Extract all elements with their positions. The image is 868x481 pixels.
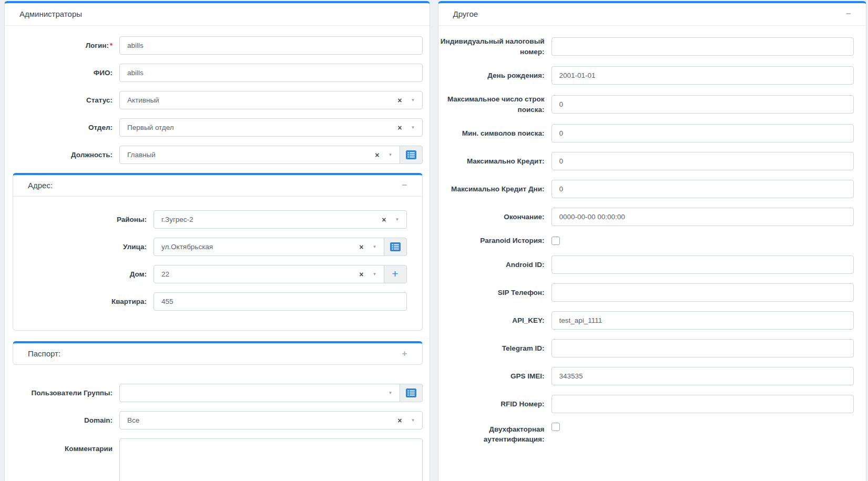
position-list-button[interactable]	[400, 146, 423, 164]
chevron-down-icon[interactable]: ▼	[411, 126, 415, 130]
expand-icon[interactable]: +	[402, 349, 407, 358]
page-layout: Администраторы Логин:* ФИО: Статус: Ак	[0, 0, 868, 481]
field-row-login: Логин:*	[5, 36, 430, 55]
tax-number-input[interactable]	[552, 37, 854, 56]
field-row-sip-phone: SIP Телефон:	[438, 283, 866, 302]
field-row-max-credit: Максимально Кредит:	[438, 152, 866, 170]
birthday-input[interactable]	[552, 66, 854, 85]
address-section-header: Адрес: −	[13, 175, 422, 197]
other-panel-header: Другое −	[438, 3, 866, 26]
other-panel-title: Другое	[453, 9, 478, 18]
chevron-down-icon[interactable]: ▼	[389, 391, 393, 395]
android-id-label: Android ID:	[438, 260, 552, 270]
passport-section-header: Паспорт: +	[13, 343, 422, 364]
clear-icon[interactable]: ×	[382, 216, 386, 223]
paranoid-history-checkbox[interactable]	[552, 237, 560, 245]
field-row-two-factor: Двухфакторная аутентификация:	[438, 423, 866, 445]
status-label: Статус:	[5, 95, 119, 106]
min-search-chars-input[interactable]	[552, 124, 854, 142]
field-row-birthday: День рождения:	[438, 66, 866, 85]
passport-section: Паспорт: +	[13, 341, 423, 365]
telegram-id-input[interactable]	[552, 339, 854, 357]
field-row-telegram-id: Telegram ID:	[438, 339, 866, 357]
chevron-down-icon[interactable]: ▼	[373, 245, 377, 249]
max-search-rows-input[interactable]	[552, 95, 854, 114]
min-search-chars-label: Мин. символов поиска:	[438, 128, 552, 139]
street-select[interactable]: ул.Октябрьская × ▼	[154, 238, 384, 256]
apartment-input[interactable]	[154, 292, 407, 311]
position-select[interactable]: Главный × ▼	[119, 146, 400, 164]
address-section: Адрес: − Районы: г.Зугрес-2 × ▼	[13, 173, 423, 331]
field-row-status: Статус: Активный × ▼	[5, 91, 430, 109]
clear-icon[interactable]: ×	[359, 243, 363, 251]
fio-input[interactable]	[119, 64, 423, 82]
districts-label: Районы:	[13, 214, 154, 225]
clear-icon[interactable]: ×	[397, 417, 402, 424]
clear-icon[interactable]: ×	[359, 271, 363, 278]
rfid-number-label: RFID Номер:	[438, 399, 552, 410]
field-row-tax-number: Индивидуальный налоговый номер:	[438, 36, 866, 57]
sip-phone-label: SIP Телефон:	[438, 288, 552, 298]
two-factor-label: Двухфакторная аутентификация:	[438, 423, 552, 445]
list-icon	[406, 388, 416, 397]
chevron-down-icon[interactable]: ▼	[389, 153, 393, 157]
tax-number-label: Индивидуальный налоговый номер:	[438, 36, 552, 57]
position-label: Должность:	[5, 150, 119, 160]
android-id-input[interactable]	[552, 255, 854, 274]
comments-textarea[interactable]	[119, 438, 423, 481]
api-key-label: API_KEY:	[438, 315, 552, 326]
plus-icon: +	[392, 268, 398, 279]
max-credit-days-label: Максимально Кредит Дни:	[438, 184, 552, 195]
clear-icon[interactable]: ×	[375, 151, 379, 159]
house-label: Дом:	[13, 269, 154, 280]
department-select[interactable]: Первый отдел × ▼	[119, 118, 423, 137]
chevron-down-icon[interactable]: ▼	[411, 98, 415, 103]
clear-icon[interactable]: ×	[397, 124, 402, 131]
collapse-icon[interactable]: −	[846, 9, 851, 18]
house-select[interactable]: 22 × ▼	[154, 265, 384, 283]
field-row-street: Улица: ул.Октябрьская × ▼	[13, 238, 418, 256]
login-input[interactable]	[119, 36, 423, 55]
user-groups-list-button[interactable]	[400, 384, 423, 402]
field-row-apartment: Квартира:	[13, 292, 418, 311]
collapse-icon[interactable]: −	[402, 181, 407, 190]
field-row-house: Дом: 22 × ▼ +	[13, 265, 418, 283]
gps-imei-input[interactable]	[552, 367, 854, 385]
max-credit-label: Максимально Кредит:	[438, 156, 552, 167]
chevron-down-icon[interactable]: ▼	[373, 272, 377, 277]
two-factor-checkbox[interactable]	[552, 423, 560, 431]
max-credit-input[interactable]	[552, 152, 854, 170]
field-row-min-search-chars: Мин. символов поиска:	[438, 124, 866, 142]
max-credit-days-input[interactable]	[552, 180, 854, 198]
field-row-domain: Domain: Все × ▼	[5, 411, 430, 429]
clear-icon[interactable]: ×	[397, 97, 402, 104]
paranoid-history-label: Paranoid История:	[438, 236, 552, 246]
rfid-number-input[interactable]	[552, 395, 854, 413]
chevron-down-icon[interactable]: ▼	[411, 418, 415, 423]
sip-phone-input[interactable]	[552, 283, 854, 302]
street-list-button[interactable]	[384, 238, 407, 256]
max-search-rows-label: Максимальное число строк поиска:	[438, 94, 552, 115]
field-row-districts: Районы: г.Зугрес-2 × ▼	[13, 210, 418, 229]
expiration-label: Окончание:	[438, 212, 552, 222]
field-row-max-search-rows: Максимальное число строк поиска:	[438, 94, 866, 115]
user-groups-label: Пользователи Группы:	[5, 388, 119, 398]
telegram-id-label: Telegram ID:	[438, 343, 552, 354]
department-label: Отдел:	[5, 122, 119, 133]
domain-select[interactable]: Все × ▼	[119, 411, 423, 429]
field-row-fio: ФИО:	[5, 64, 430, 82]
api-key-input[interactable]	[552, 311, 854, 330]
house-add-button[interactable]: +	[384, 265, 407, 283]
list-icon	[406, 150, 416, 159]
field-row-rfid-number: RFID Номер:	[438, 395, 866, 413]
districts-select[interactable]: г.Зугрес-2 × ▼	[154, 210, 407, 229]
list-icon	[390, 242, 401, 251]
status-select[interactable]: Активный × ▼	[119, 91, 423, 109]
expiration-input[interactable]	[552, 208, 854, 226]
user-groups-select[interactable]: ▼	[119, 384, 400, 402]
field-row-android-id: Android ID:	[438, 255, 866, 274]
field-row-api-key: API_KEY:	[438, 311, 866, 330]
chevron-down-icon[interactable]: ▼	[395, 218, 400, 222]
domain-label: Domain:	[5, 415, 119, 426]
administrators-panel-title: Администраторы	[19, 9, 82, 18]
